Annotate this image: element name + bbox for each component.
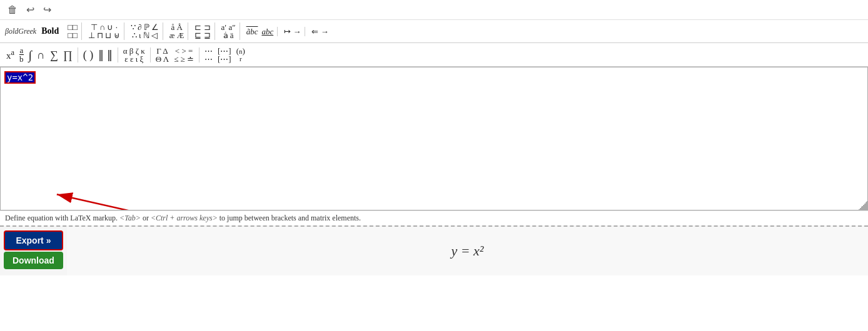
- divider4: [199, 47, 199, 62]
- redo-button[interactable]: ↪: [41, 2, 54, 17]
- sym-intersect[interactable]: ∩: [36, 49, 46, 61]
- sym-group-set: ⊤ ∩ ∪ ·⊥ ⊓ ⊔ ⊎: [84, 22, 124, 40]
- status-text: Define equation with LaTeX markup.: [5, 214, 118, 222]
- sym-greek-upper[interactable]: Γ ΔΘ Λ: [154, 46, 170, 64]
- sym-greek-lower[interactable]: α β ζ κε ε ι ξ: [122, 46, 146, 64]
- icon-toolbar: 🗑 ↩ ↪: [0, 0, 868, 20]
- bold-label: Bold: [41, 26, 59, 36]
- sym-dots[interactable]: ⋯⋯: [203, 46, 214, 64]
- sym-group-primes: a′ a″ȧ ä: [218, 22, 240, 40]
- export-button[interactable]: Export »: [4, 230, 63, 250]
- editor-content[interactable]: y=x^2: [1, 67, 867, 210]
- bold-greek-label: βoldGreek: [5, 27, 36, 36]
- editor-area: y=x^2: [0, 67, 868, 210]
- status-or: or: [143, 214, 151, 222]
- sym-inequalities[interactable]: < > =≤ ≥ ≐: [173, 46, 195, 64]
- sym-sum[interactable]: ∑: [49, 49, 59, 61]
- sym-norm[interactable]: ‖ ‖: [97, 49, 114, 61]
- preview-equation: y = x²: [451, 243, 483, 259]
- sym-group-squares: □□□□: [64, 22, 82, 40]
- sym-btn[interactable]: abc: [260, 27, 275, 36]
- button-column: Export » Download: [0, 227, 67, 275]
- divider2: [118, 47, 118, 62]
- sym-btn[interactable]: ãbc: [245, 27, 260, 36]
- sym-integral[interactable]: ∫: [28, 48, 33, 62]
- output-area: Export » Download y = x²: [0, 225, 868, 275]
- sym-group-arrows: ↦ →: [280, 27, 305, 36]
- sym-binomial[interactable]: (nr): [235, 46, 246, 63]
- sym-btn[interactable]: ⊤ ∩ ∪ ·⊥ ⊓ ⊔ ⊎: [87, 22, 121, 40]
- resize-handle[interactable]: [859, 201, 867, 210]
- sym-btn[interactable]: □□□□: [66, 22, 79, 40]
- sym-matrix-dots[interactable]: [⋯][⋯]: [216, 46, 233, 64]
- sym-superscript[interactable]: xa: [5, 48, 16, 61]
- ctrl-hint: <Ctrl + arrows keys>: [151, 214, 218, 222]
- sym-group-arrows2: ⇐ →: [308, 27, 332, 36]
- sym-btn[interactable]: ↦ →: [283, 27, 302, 36]
- sym-product[interactable]: ∏: [62, 49, 74, 61]
- sym-fraction[interactable]: ab: [18, 46, 25, 64]
- preview-area: y = x²: [67, 227, 868, 275]
- sym-parens[interactable]: ( ): [82, 49, 95, 61]
- editor-selected-text: y=x^2: [4, 71, 36, 84]
- undo-button[interactable]: ↩: [24, 2, 37, 17]
- symbol-toolbar-row2: xa ab ∫ ∩ ∑ ∏ ( ) ‖ ‖ α β ζ κε ε ι ξ Γ Δ…: [0, 43, 868, 67]
- sym-group-tilde: ãbc abc: [243, 27, 278, 36]
- tab-hint: <Tab>: [119, 214, 141, 222]
- sym-group-square-subsets: ⊏ ⊐⊑ ⊒: [191, 22, 214, 40]
- divider3: [150, 47, 151, 62]
- divider: [78, 47, 78, 62]
- symbol-toolbar-row1: βoldGreek Bold □□□□ ⊤ ∩ ∪ ·⊥ ⊓ ⊔ ⊎ ∵ ∂ ℙ…: [0, 20, 868, 43]
- download-button[interactable]: Download: [4, 252, 63, 269]
- status-suffix: to jump between brackets and matrix elem…: [220, 214, 361, 222]
- sym-btn[interactable]: ∵ ∂ ℙ ∠∴ ι ℕ ◁: [129, 22, 160, 40]
- delete-button[interactable]: 🗑: [5, 3, 20, 17]
- sym-group-accents: å Åæ Æ: [166, 22, 188, 40]
- sym-btn[interactable]: å Åæ Æ: [168, 22, 185, 40]
- status-bar: Define equation with LaTeX markup. <Tab>…: [0, 210, 868, 225]
- sym-group-dots: ∵ ∂ ℙ ∠∴ ι ℕ ◁: [127, 22, 163, 40]
- sym-btn[interactable]: ⊏ ⊐⊑ ⊒: [193, 22, 211, 40]
- sym-btn[interactable]: ⇐ →: [310, 27, 330, 36]
- sym-btn[interactable]: a′ a″ȧ ä: [220, 22, 237, 40]
